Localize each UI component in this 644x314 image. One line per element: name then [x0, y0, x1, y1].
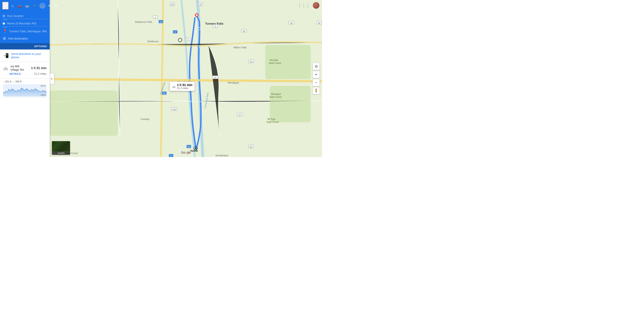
location-row-2 [3, 21, 47, 27]
svg-text:63: 63 [318, 22, 320, 24]
svg-text:State Forest: State Forest [270, 96, 282, 98]
connector-dot [4, 20, 4, 20]
connector-dot [4, 27, 4, 28]
send-phone-label: Send directions to your phone [11, 52, 46, 59]
svg-point-7 [196, 14, 198, 16]
svg-text:State Forest: State Forest [266, 121, 279, 123]
google-e: e [189, 151, 190, 154]
transport-mode-icons: ◇ 🚗 🚌 🚶 🚲 ✈ [10, 3, 52, 9]
origin-input[interactable] [7, 14, 47, 18]
tooltip-text: 1 h 51 min 21.2 miles [177, 83, 192, 90]
svg-text:5: 5 [175, 31, 176, 33]
svg-point-12 [197, 46, 200, 48]
svg-text:2A: 2A [290, 22, 292, 24]
map-background: Shelburne Falls Shelburne Deerfield Conw… [50, 0, 322, 157]
tooltip-content: 🚲 1 h 51 min 21.2 miles [172, 83, 192, 90]
svg-text:5: 5 [170, 155, 172, 157]
nav-driving-icon[interactable]: ◇ [10, 3, 15, 9]
satellite-thumbnail[interactable]: Satellite [52, 141, 70, 155]
svg-text:47: 47 [214, 77, 216, 79]
connector-dot [6, 27, 7, 28]
route-content: 📲 Send directions to your phone 🚲 via Mi… [0, 50, 50, 157]
add-destination-icon: ⊕ [3, 36, 6, 41]
route-miles-label: 21.2 miles [34, 72, 46, 76]
svg-text:Sunderland: Sunderland [216, 154, 228, 157]
svg-text:Home: Home [190, 149, 198, 152]
svg-text:47: 47 [239, 114, 241, 116]
tooltip-time: 1 h 51 min [177, 83, 192, 87]
waypoint-input[interactable] [7, 22, 47, 25]
waypoint-dot [3, 22, 5, 25]
directions-inputs: 📍 ⊕ Add destination [0, 11, 50, 43]
svg-text:2A: 2A [243, 30, 245, 32]
google-g2: g [187, 151, 188, 154]
location-row-3: 📍 [3, 28, 47, 35]
nav-flight-icon[interactable]: ✈ [47, 3, 52, 9]
options-bar: OPTIONS [0, 43, 50, 50]
route-details-link[interactable]: DETAILS [10, 73, 21, 75]
svg-text:Shelburne: Shelburne [147, 40, 158, 43]
google-o2: o [185, 151, 187, 154]
svg-text:116: 116 [172, 108, 176, 111]
nav-car-icon[interactable]: 🚗 [16, 3, 22, 9]
destination-pin-icon: 📍 [3, 29, 7, 34]
svg-text:Montague: Montague [228, 81, 239, 84]
svg-point-9 [195, 148, 196, 149]
collapse-chevron-icon: ‹ [51, 77, 52, 81]
connector-dot [6, 20, 7, 20]
send-phone-icon: 📲 [3, 53, 9, 58]
hamburger-button[interactable]: ☰ [2, 2, 8, 10]
svg-text:Conway: Conway [140, 118, 150, 120]
svg-text:2: 2 [188, 39, 189, 41]
close-directions-button[interactable]: ✕ [54, 2, 59, 9]
options-button[interactable]: OPTIONS [34, 45, 47, 48]
svg-text:Millers Falls: Millers Falls [234, 46, 247, 49]
route-option: 🚲 via Mill Village Rd 1 h 51 min DETAILS… [0, 62, 50, 78]
send-to-phone-row[interactable]: 📲 Send directions to your phone [0, 50, 50, 62]
add-destination-row[interactable]: ⊕ Add destination [3, 35, 47, 42]
elevation-low-label: 138 ft [40, 94, 46, 96]
add-destination-label: Add destination [8, 37, 28, 40]
top-right-controls: ⋮⋮⋮ [298, 2, 320, 9]
svg-point-0 [3, 92, 4, 94]
destination-input[interactable] [9, 30, 47, 33]
svg-text:63: 63 [250, 146, 252, 148]
elevation-section: ↑ 361 ft · ↓ 358 ft 262 ft 138 ft [0, 78, 50, 98]
user-avatar[interactable] [312, 2, 320, 9]
svg-text:63: 63 [250, 61, 252, 63]
svg-text:91: 91 [188, 146, 190, 148]
route-time-label: 1 h 51 min [31, 66, 46, 70]
dotted-connector-1 [3, 19, 47, 21]
svg-text:91: 91 [200, 4, 202, 6]
tooltip-bike-icon: 🚲 [172, 85, 176, 88]
origin-dot [3, 15, 5, 17]
collapse-panel-button[interactable]: ‹ [50, 73, 54, 84]
top-nav: ☰ ◇ 🚗 🚌 🚶 🚲 ✈ ✕ [0, 0, 50, 11]
svg-rect-5 [50, 90, 118, 136]
zoom-in-button[interactable]: + [312, 71, 320, 78]
connector-dot [5, 27, 6, 28]
connector-dot [5, 20, 6, 20]
route-details-row: DETAILS 21.2 miles [10, 72, 46, 76]
svg-text:Mt Toby: Mt Toby [268, 118, 276, 120]
google-logo: Google [181, 151, 190, 154]
apps-grid-icon[interactable]: ⋮⋮⋮ [298, 3, 310, 8]
pegman-button[interactable]: 🧍 [312, 87, 320, 94]
map-area[interactable]: Shelburne Falls Shelburne Deerfield Conw… [50, 0, 322, 157]
svg-text:2: 2 [215, 26, 216, 28]
nav-cycling-icon[interactable]: 🚲 [39, 3, 46, 9]
svg-text:91: 91 [160, 21, 162, 23]
elevation-chart: 262 ft 138 ft [3, 84, 46, 97]
nav-walking-icon[interactable]: 🚶 [32, 3, 38, 9]
svg-text:91: 91 [163, 92, 165, 94]
route-tooltip: 🚲 1 h 51 min 21.2 miles [170, 82, 195, 91]
svg-text:112: 112 [171, 4, 174, 6]
show-location-button[interactable]: ⊙ [312, 63, 320, 70]
satellite-image [52, 141, 70, 151]
svg-point-1 [46, 91, 46, 93]
zoom-out-button[interactable]: − [312, 79, 320, 86]
map-controls: ⊙ + − 🧍 [312, 63, 320, 94]
elevation-stats: ↑ 361 ft · ↓ 358 ft [3, 80, 46, 83]
nav-transit-icon[interactable]: 🚌 [24, 3, 30, 9]
satellite-label: Satellite [52, 151, 70, 155]
